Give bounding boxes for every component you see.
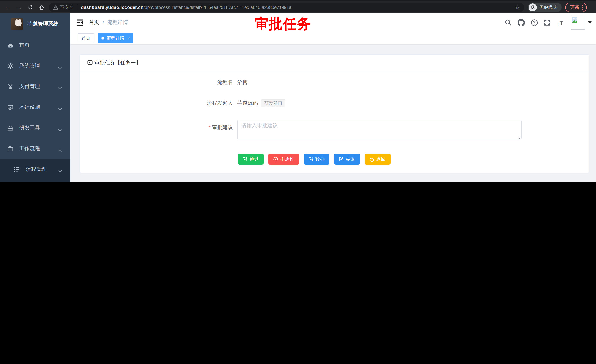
dashboard-icon — [7, 42, 13, 48]
browser-home-icon[interactable] — [38, 4, 45, 11]
sidebar-item-label: 基础设施 — [19, 104, 40, 111]
edit-icon — [243, 157, 247, 161]
button-label: 转办 — [315, 156, 324, 162]
process-name-label: 流程名 — [87, 78, 237, 86]
tab-close-icon[interactable]: × — [127, 36, 130, 40]
reject-button[interactable]: 不通过 — [268, 154, 299, 165]
sidebar-item-payment[interactable]: 支付管理 — [0, 76, 70, 97]
dept-tag: 研发部门 — [261, 99, 285, 108]
tab-home[interactable]: 首页 — [78, 33, 94, 43]
initiator-value: 芋道源码 — [237, 100, 258, 106]
picture-frame-icon — [87, 60, 93, 66]
return-button[interactable]: 退回 — [365, 154, 390, 165]
edit-icon — [309, 157, 313, 161]
sidebar-item-system[interactable]: 系统管理 — [0, 56, 70, 76]
circle-x-icon — [273, 157, 278, 162]
incognito-badge: 无痕模式 — [528, 3, 562, 12]
incognito-icon — [529, 3, 537, 11]
top-navbar: 首页 / 流程详情 审批任务 TT — [70, 13, 596, 32]
toolbox-icon — [7, 125, 13, 131]
url-host: dashboard.yudao.iocoder.cn — [81, 5, 143, 10]
app-title: 芋道管理系统 — [27, 21, 59, 27]
edit-icon — [339, 157, 343, 161]
sidebar-item-label: 研发工具 — [19, 125, 40, 131]
tags-view-bar: 首页 流程详情 × — [70, 32, 596, 44]
avatar-broken-image[interactable] — [571, 15, 585, 29]
chevron-up-icon — [58, 147, 62, 153]
breadcrumb: 首页 / 流程详情 — [89, 19, 128, 26]
textarea-resize-handle[interactable] — [517, 136, 521, 140]
suggestion-label: 审批建议 — [212, 124, 233, 130]
page-content: 审批任务【任务一】 流程名 滔博 流程发起人 芋道源码研发部门 — [70, 45, 596, 182]
bookmark-star-icon[interactable]: ☆ — [515, 4, 520, 10]
breadcrumb-home[interactable]: 首页 — [89, 19, 99, 26]
update-label: 更新 — [570, 4, 579, 11]
browser-menu-icon[interactable] — [582, 5, 583, 10]
initiator-label: 流程发起人 — [87, 99, 237, 107]
sidebar-item-home[interactable]: 首页 — [0, 35, 70, 56]
approve-task-card: 审批任务【任务一】 流程名 滔博 流程发起人 芋道源码研发部门 — [80, 54, 589, 173]
incognito-label: 无痕模式 — [539, 4, 557, 11]
browser-forward-icon[interactable]: → — [15, 4, 23, 11]
chevron-down-icon — [58, 64, 62, 70]
breadcrumb-current: 流程详情 — [107, 19, 128, 26]
gear-icon — [7, 63, 13, 69]
page-root: ← → 不安全 dashboard.yudao.iocoder.cn/bpm/p… — [0, 0, 596, 182]
broken-image-icon — [572, 17, 578, 23]
github-icon[interactable] — [518, 19, 525, 26]
required-marker: * — [209, 124, 211, 130]
url-divider — [77, 5, 77, 10]
sidebar-item-devtools[interactable]: 研发工具 — [0, 118, 70, 138]
fullscreen-icon[interactable] — [544, 19, 551, 26]
briefcase-icon — [7, 146, 13, 152]
security-warning[interactable]: 不安全 — [53, 4, 73, 11]
font-size-icon[interactable]: TT — [556, 19, 564, 26]
approve-button[interactable]: 通过 — [238, 154, 264, 165]
suggestion-textarea[interactable] — [237, 120, 522, 140]
sidebar-item-process-mgmt[interactable]: 流程管理 — [0, 159, 70, 180]
sidebar-item-label: 流程管理 — [26, 166, 47, 173]
browser-back-icon[interactable]: ← — [4, 4, 12, 11]
list-tree-icon — [14, 167, 20, 172]
breadcrumb-separator: / — [103, 20, 104, 26]
annotation-title: 审批任务 — [255, 15, 311, 33]
button-label: 通过 — [250, 156, 259, 162]
caret-down-icon[interactable] — [588, 22, 592, 24]
transfer-button[interactable]: 转办 — [304, 154, 329, 165]
chevron-down-icon — [58, 106, 62, 112]
url-path: /bpm/process-instance/detail?id=54aa251f… — [143, 5, 291, 10]
browser-update-button[interactable]: 更新 — [565, 3, 587, 12]
sidebar-item-workflow[interactable]: 工作流程 — [0, 138, 70, 159]
yen-icon — [7, 84, 13, 89]
sidebar-item-label: 首页 — [19, 42, 30, 48]
help-icon[interactable] — [530, 19, 538, 26]
sidebar: 芋道管理系统 首页 系统管理 支付管理 基础设施 — [0, 13, 70, 182]
button-label: 退回 — [376, 156, 386, 162]
sidebar-item-label: 系统管理 — [19, 63, 40, 69]
sidebar-item-label: 支付管理 — [19, 83, 40, 90]
url-bar[interactable]: 不安全 dashboard.yudao.iocoder.cn/bpm/proce… — [49, 3, 524, 12]
workflow-submenu: 流程管理 任务管理 我的流程 待办任务 — [0, 159, 70, 182]
browser-reload-icon[interactable] — [27, 4, 34, 11]
tab-process-detail[interactable]: 流程详情 × — [98, 33, 134, 43]
chevron-down-icon — [58, 168, 62, 174]
chevron-down-icon — [58, 85, 62, 91]
monitor-icon — [7, 104, 13, 110]
logo-image — [11, 18, 23, 30]
sidebar-item-infrastructure[interactable]: 基础设施 — [0, 97, 70, 118]
search-icon[interactable] — [505, 19, 512, 26]
active-tab-dot — [101, 37, 104, 40]
chevron-down-icon — [58, 126, 62, 132]
sidebar-item-label: 工作流程 — [19, 145, 40, 152]
main-area: 首页 / 流程详情 审批任务 TT — [70, 13, 596, 182]
sidebar-item-task-mgmt[interactable]: 任务管理 — [0, 180, 70, 182]
security-label: 不安全 — [60, 4, 73, 11]
delegate-button[interactable]: 委派 — [334, 154, 360, 165]
sidebar-fold-icon[interactable] — [76, 19, 84, 26]
sidebar-logo[interactable]: 芋道管理系统 — [0, 13, 70, 35]
browser-chrome: ← → 不安全 dashboard.yudao.iocoder.cn/bpm/p… — [0, 0, 596, 13]
rotate-left-icon — [369, 157, 374, 162]
card-title: 审批任务【任务一】 — [94, 59, 141, 66]
process-name-value: 滔博 — [237, 78, 248, 86]
tab-label: 首页 — [82, 35, 90, 41]
